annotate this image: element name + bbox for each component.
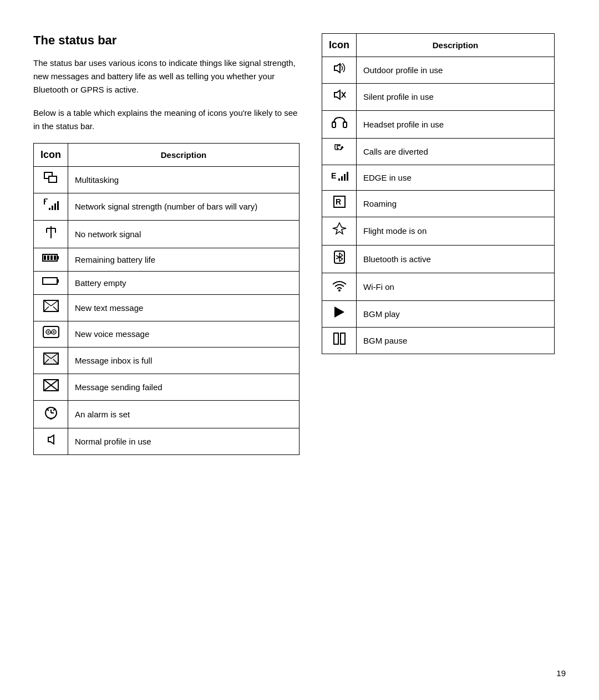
left-table: Icon Description Multitasking	[33, 143, 300, 455]
svg-rect-15	[44, 256, 46, 260]
svg-line-69	[339, 259, 343, 262]
table-row: No network signal	[34, 220, 300, 248]
battery-empty-icon	[42, 276, 60, 286]
desc-normal-profile: Normal profile in use	[68, 428, 300, 455]
desc-send-failed: Message sending failed	[68, 374, 300, 400]
desc-edge: EDGE in use	[357, 165, 555, 190]
desc-inbox-full: Message inbox is full	[68, 347, 300, 374]
svg-rect-14	[57, 256, 59, 259]
icon-cell-no-signal	[34, 220, 68, 248]
table-row: Headset profile in use	[322, 110, 555, 138]
svg-text:E: E	[331, 171, 336, 180]
table-row: Calls are diverted	[322, 138, 555, 165]
svg-rect-19	[43, 278, 57, 284]
svg-rect-61	[344, 174, 346, 181]
right-table-header-row: Icon Description	[322, 34, 555, 57]
svg-text:R: R	[336, 197, 341, 206]
desc-battery-empty: Battery empty	[68, 271, 300, 294]
table-row: Outdoor profile in use	[322, 57, 555, 84]
svg-rect-18	[54, 256, 56, 260]
svg-rect-62	[347, 172, 348, 181]
table-row: Network signal strength (number of bars …	[34, 193, 300, 220]
svg-rect-74	[341, 333, 345, 344]
icon-cell-alarm	[34, 400, 68, 428]
svg-line-25	[53, 306, 58, 311]
svg-rect-16	[47, 256, 49, 260]
svg-rect-59	[338, 178, 340, 181]
icon-cell-roaming: R	[322, 191, 357, 217]
svg-rect-5	[49, 208, 50, 210]
desc-alarm: An alarm is set	[68, 400, 300, 428]
right-header-icon: Icon	[322, 34, 357, 57]
left-header-desc: Description	[68, 144, 300, 167]
svg-rect-26	[43, 326, 59, 338]
icon-cell-new-text	[34, 295, 68, 321]
svg-rect-7	[54, 203, 56, 210]
svg-marker-57	[341, 146, 344, 148]
svg-point-28	[47, 331, 49, 333]
desc-bgm-play: BGM play	[357, 300, 555, 327]
svg-rect-17	[50, 256, 53, 260]
no-signal-icon	[45, 225, 57, 239]
svg-line-22	[44, 300, 51, 306]
svg-marker-48	[48, 435, 54, 444]
bgm-pause-icon	[333, 332, 346, 345]
desc-wifi: Wi-Fi on	[357, 273, 555, 300]
icon-cell-new-voice	[34, 321, 68, 347]
desc-headset: Headset profile in use	[357, 110, 555, 138]
svg-marker-72	[334, 306, 344, 318]
icon-cell-wifi	[322, 273, 357, 300]
table-row: BGM pause	[322, 328, 555, 354]
left-column: The status bar The status bar uses vario…	[33, 33, 300, 455]
icon-cell-normal-profile	[34, 428, 68, 455]
svg-line-23	[51, 300, 58, 306]
page-number: 19	[556, 668, 566, 678]
svg-point-50	[341, 64, 342, 65]
icon-cell-battery-life	[34, 248, 68, 271]
new-text-icon	[43, 299, 59, 313]
desc-signal: Network signal strength (number of bars …	[68, 193, 300, 220]
desc-roaming: Roaming	[357, 191, 555, 217]
svg-point-71	[338, 289, 341, 292]
svg-marker-52	[334, 90, 340, 99]
icon-cell-bgm-play	[322, 300, 357, 327]
svg-line-24	[44, 306, 49, 311]
svg-rect-8	[57, 201, 59, 210]
table-row: Battery empty	[34, 271, 300, 294]
svg-line-44	[47, 408, 49, 411]
icon-cell-inbox-full	[34, 347, 68, 374]
icon-cell-diverted	[322, 138, 357, 165]
headset-profile-icon	[332, 115, 347, 130]
battery-life-icon	[42, 253, 60, 263]
icon-cell-bgm-pause	[322, 328, 357, 354]
icon-cell-send-failed	[34, 374, 68, 400]
left-header-icon: Icon	[34, 144, 68, 167]
table-row: Message sending failed	[34, 374, 300, 400]
svg-rect-37	[44, 353, 58, 364]
desc-diverted: Calls are diverted	[357, 138, 555, 165]
table-row: New voice message	[34, 321, 300, 347]
icon-cell-outdoor	[322, 57, 357, 84]
icon-cell-edge: E	[322, 165, 357, 190]
bgm-play-icon	[333, 305, 346, 319]
svg-point-30	[53, 331, 54, 333]
icon-cell-signal	[34, 193, 68, 220]
normal-profile-icon	[45, 433, 57, 446]
desc-silent: Silent profile in use	[357, 84, 555, 110]
svg-rect-6	[52, 206, 53, 210]
right-header-desc: Description	[357, 34, 555, 57]
multitasking-icon	[43, 171, 59, 185]
page-content: The status bar The status bar uses vario…	[33, 33, 566, 455]
desc-multitasking: Multitasking	[68, 167, 300, 193]
table-row: Message inbox is full	[34, 347, 300, 374]
right-column: Icon Description	[322, 33, 555, 354]
svg-line-45	[53, 408, 55, 411]
desc-outdoor: Outdoor profile in use	[357, 57, 555, 84]
svg-marker-49	[334, 64, 340, 73]
icon-cell-multitasking	[34, 167, 68, 193]
icon-cell-bluetooth	[322, 245, 357, 273]
desc-battery-life: Remaining battery life	[68, 248, 300, 271]
table-row: R Roaming	[322, 191, 555, 217]
edge-icon: E	[331, 170, 348, 182]
flight-mode-icon	[332, 222, 347, 236]
